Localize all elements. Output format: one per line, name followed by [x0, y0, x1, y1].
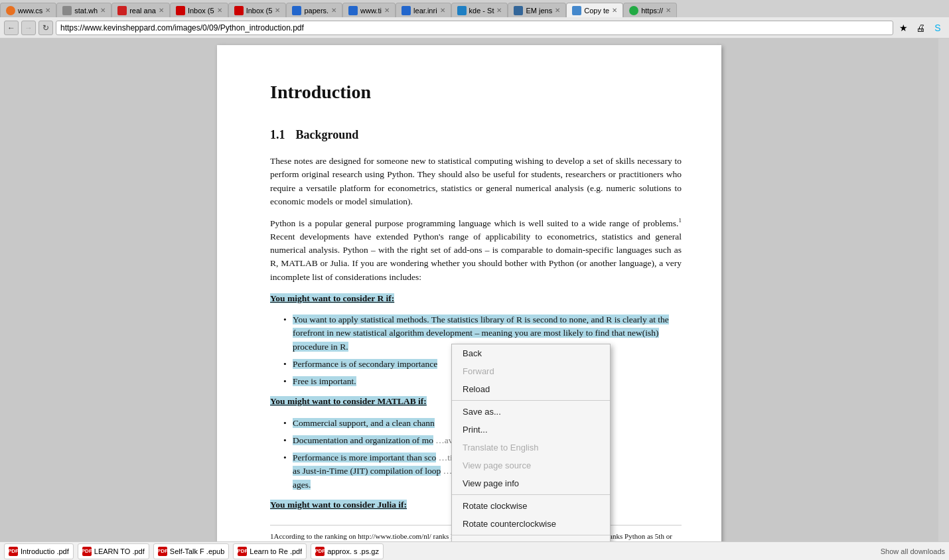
navigation-bar: ← → ↻ ★ 🖨 S [0, 17, 949, 38]
tab-label: real ana [129, 7, 156, 15]
tab-tab10[interactable]: EM jens ✕ [508, 3, 566, 17]
tab-label: lear.inri [413, 7, 437, 15]
subheading-1-text: You might want to consider R if: [270, 293, 394, 303]
tab-favicon [457, 6, 467, 15]
tab-close-button[interactable]: ✕ [555, 7, 560, 14]
ctx-rotate-ccw[interactable]: Rotate counterclockwise [452, 515, 610, 533]
bookmark-star-icon[interactable]: ★ [896, 21, 911, 35]
download-label: LEARN TO .pdf [94, 547, 145, 555]
tab-favicon [292, 6, 301, 15]
tab-bar: www.cs ✕ stat.wh ✕ real ana ✕ Inbox (5 ✕… [0, 0, 949, 17]
address-bar[interactable] [56, 21, 893, 35]
para2-part2: Recent developments have extended Python… [270, 232, 682, 282]
ctx-reload[interactable]: Reload [452, 380, 610, 398]
download-item-dl5[interactable]: PDF approx. s .ps.gz [311, 543, 384, 559]
tab-favicon [6, 6, 15, 15]
tab-favicon [234, 6, 244, 15]
tab-favicon [62, 6, 72, 15]
scrollbar[interactable] [938, 38, 949, 541]
download-label: approx. s .ps.gz [327, 547, 379, 555]
tab-label: Copy te [584, 7, 609, 15]
download-label: Introductio .pdf [21, 547, 69, 555]
tab-label: www.cs [18, 7, 42, 15]
section-title: Background [296, 126, 359, 144]
tab-favicon [572, 6, 581, 15]
section-heading: 1.1 Background [270, 126, 682, 144]
tab-close-button[interactable]: ✕ [384, 7, 390, 14]
tab-favicon [514, 6, 523, 15]
ctx-rotate-cw[interactable]: Rotate clockwise [452, 497, 610, 515]
tab-close-button[interactable]: ✕ [159, 7, 164, 14]
menu-separator [452, 400, 610, 401]
tab-close-button[interactable]: ✕ [440, 7, 445, 14]
paragraph-1: These notes are designed for someone new… [270, 155, 682, 208]
tab-tab7[interactable]: www.ti ✕ [342, 3, 396, 17]
download-icon: PDF [315, 547, 325, 556]
downloads-bar: PDF Introductio .pdf PDF LEARN TO .pdf P… [0, 541, 949, 560]
tab-label: www.ti [360, 7, 382, 15]
reload-button[interactable]: ↻ [38, 21, 53, 35]
subheading-3-text: You might want to consider Julia if: [270, 500, 407, 510]
tab-tab3[interactable]: real ana ✕ [111, 3, 170, 17]
tab-tab12[interactable]: https:// ✕ [623, 3, 677, 17]
download-icon: PDF [158, 547, 167, 556]
download-item-dl2[interactable]: PDF LEARN TO .pdf [78, 543, 149, 559]
tab-close-button[interactable]: ✕ [45, 7, 50, 14]
tab-close-button[interactable]: ✕ [100, 7, 106, 14]
ctx-forward: Forward [452, 362, 610, 380]
subheading-1: You might want to consider R if: [270, 292, 682, 305]
tab-label: kde - St [469, 7, 494, 15]
tab-close-button[interactable]: ✕ [496, 7, 502, 14]
tab-label: papers. [304, 7, 328, 15]
tab-close-button[interactable]: ✕ [612, 7, 617, 14]
printer-icon[interactable]: 🖨 [913, 21, 928, 35]
tab-close-button[interactable]: ✕ [217, 7, 222, 14]
ctx-save[interactable]: Save as... [452, 403, 610, 421]
para2-part1: Python is a popular general purpose prog… [270, 218, 679, 228]
tab-favicon [629, 6, 638, 15]
menu-separator [452, 494, 610, 495]
ctx-viewinfo[interactable]: View page info [452, 474, 610, 492]
menu-separator [452, 535, 610, 535]
tab-label: stat.wh [74, 7, 98, 15]
subheading-2-text: You might want to consider MATLAB if: [270, 396, 427, 406]
context-menu: BackForwardReloadSave as...Print...Trans… [451, 344, 611, 541]
tab-tab11[interactable]: Copy te ✕ [566, 3, 623, 17]
tab-tab5[interactable]: Inbox (5 ✕ [228, 3, 287, 17]
tab-tab1[interactable]: www.cs ✕ [0, 3, 56, 17]
para2-sup: 1 [679, 217, 682, 224]
show-all-downloads-button[interactable]: Show all downloads [881, 547, 945, 555]
download-icon: PDF [82, 547, 92, 556]
tab-favicon [348, 6, 358, 15]
tab-label: https:// [641, 7, 663, 15]
download-label: Self-Talk F .epub [170, 547, 225, 555]
paragraph-2: Python is a popular general purpose prog… [270, 216, 682, 284]
tab-tab6[interactable]: papers. ✕ [286, 3, 342, 17]
back-button[interactable]: ← [4, 21, 19, 35]
tab-favicon [176, 6, 185, 15]
page-title: Introduction [270, 78, 682, 106]
tab-close-button[interactable]: ✕ [331, 7, 336, 14]
skype-icon[interactable]: S [930, 21, 945, 35]
download-icon: PDF [9, 547, 18, 556]
tab-favicon [402, 6, 411, 15]
ctx-inspect[interactable]: Inspect element [452, 537, 610, 541]
ctx-viewsource: View page source [452, 456, 610, 474]
tab-favicon [117, 6, 127, 15]
tab-tab9[interactable]: kde - St ✕ [451, 3, 508, 17]
download-item-dl3[interactable]: PDF Self-Talk F .epub [153, 543, 230, 559]
forward-button[interactable]: → [21, 21, 36, 35]
tab-label: Inbox (5 [188, 7, 214, 15]
download-item-dl4[interactable]: PDF Learn to Re .pdf [233, 543, 307, 559]
download-item-dl1[interactable]: PDF Introductio .pdf [4, 543, 74, 559]
ctx-print[interactable]: Print... [452, 421, 610, 439]
tab-tab4[interactable]: Inbox (5 ✕ [170, 3, 228, 17]
ctx-back[interactable]: Back [452, 344, 610, 362]
ctx-translate: Translate to English [452, 439, 610, 456]
tab-tab2[interactable]: stat.wh ✕ [56, 3, 111, 17]
section-number: 1.1 [270, 126, 285, 144]
tab-tab8[interactable]: lear.inri ✕ [396, 3, 451, 17]
tab-label: EM jens [526, 7, 552, 15]
tab-close-button[interactable]: ✕ [666, 7, 671, 14]
tab-close-button[interactable]: ✕ [275, 7, 280, 14]
